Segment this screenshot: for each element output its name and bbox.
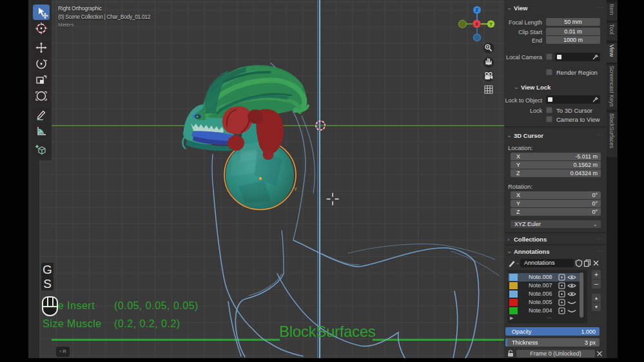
svg-text:Z: Z: [476, 8, 479, 12]
svg-text:X: X: [475, 22, 478, 26]
svg-text:Y: Y: [489, 22, 493, 26]
svg-text:Y: Y: [294, 186, 298, 192]
